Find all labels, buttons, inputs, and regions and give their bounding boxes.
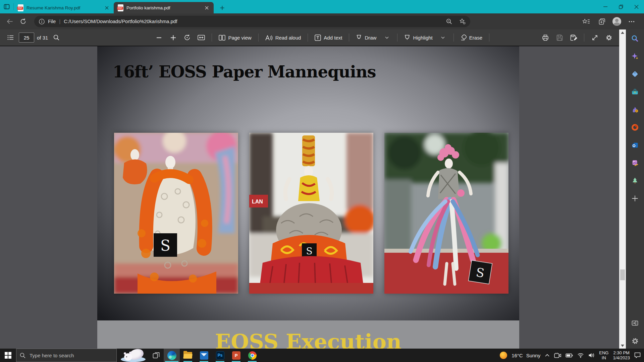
address-separator: | xyxy=(59,19,60,24)
back-button[interactable] xyxy=(4,16,15,27)
zoom-out-button[interactable] xyxy=(153,32,165,43)
restore-button[interactable] xyxy=(613,0,629,13)
highlight-button[interactable]: Highlight xyxy=(402,32,434,43)
tab-bar: Resume Karishma Roy.pdf Portfolio karish… xyxy=(0,0,644,13)
sidebar-office-icon[interactable] xyxy=(631,123,639,132)
windows-taskbar: Ps P 16°C Sunny xyxy=(0,349,644,362)
collections-icon[interactable] xyxy=(596,16,608,27)
tab-close-icon[interactable] xyxy=(103,4,110,11)
add-text-button[interactable]: Add text xyxy=(313,32,344,43)
sidebar-image-editor-icon[interactable] xyxy=(631,159,639,167)
portfolio-photo-2: LAN xyxy=(249,133,373,294)
open-in-sidebar-icon[interactable] xyxy=(631,319,639,327)
close-window-button[interactable] xyxy=(629,0,644,13)
search-highlight-polar-bear[interactable] xyxy=(117,349,149,362)
site-info-icon[interactable] xyxy=(39,19,45,24)
photo-banner-text: LAN xyxy=(252,199,263,204)
clock[interactable]: 2:30 PM 1/4/2023 xyxy=(613,350,630,360)
read-aloud-button[interactable]: Read aloud xyxy=(263,32,303,43)
taskbar-app-powerpoint[interactable]: P xyxy=(228,349,244,362)
sidebar-outlook-icon[interactable] xyxy=(631,141,639,149)
draw-button[interactable]: Draw xyxy=(354,32,378,43)
find-in-document-button[interactable] xyxy=(51,32,62,43)
volume-icon[interactable] xyxy=(588,353,595,358)
vertical-scrollbar[interactable] xyxy=(619,29,626,349)
sidebar-customize-icon[interactable] xyxy=(631,194,639,203)
address-url[interactable]: C:/Users/SOM/Downloads/Portfolio%20karis… xyxy=(64,19,177,24)
tab-portfolio-pdf[interactable]: Portfolio karishma.pdf xyxy=(114,2,214,13)
taskbar-app-photoshop[interactable]: Ps xyxy=(212,349,228,362)
sidebar-shopping-icon[interactable] xyxy=(631,70,639,78)
read-aloud-label: Read aloud xyxy=(275,35,301,41)
language-indicator[interactable]: ENG IN xyxy=(599,350,608,360)
page-number-input[interactable] xyxy=(19,33,34,43)
mail-icon xyxy=(200,351,208,360)
clock-date: 1/4/2023 xyxy=(613,355,630,360)
pdf-settings-button[interactable] xyxy=(603,32,614,43)
chrome-icon xyxy=(248,351,257,360)
tab-close-icon[interactable] xyxy=(203,4,210,11)
print-button[interactable] xyxy=(540,32,551,43)
photoshop-icon: Ps xyxy=(216,351,224,360)
add-favorite-icon[interactable] xyxy=(458,16,468,26)
taskbar-app-mail[interactable] xyxy=(196,349,212,362)
draw-label: Draw xyxy=(365,35,376,41)
battery-icon[interactable] xyxy=(566,353,573,358)
action-center-icon[interactable] xyxy=(634,352,641,358)
wifi-icon[interactable] xyxy=(577,353,584,358)
sidebar-games-icon[interactable] xyxy=(631,105,639,114)
minimize-button[interactable] xyxy=(598,0,613,13)
fit-to-width-button[interactable] xyxy=(196,32,207,43)
taskbar-search-box[interactable] xyxy=(16,349,117,362)
table-of-contents-button[interactable] xyxy=(5,32,16,43)
highlight-dropdown-chevron[interactable] xyxy=(437,32,449,43)
next-page-strip: EOSS Execution xyxy=(97,320,519,349)
sidebar-copilot-icon[interactable] xyxy=(631,52,639,61)
pdf-file-icon xyxy=(118,4,123,11)
erase-label: Erase xyxy=(469,35,482,41)
profile-avatar[interactable] xyxy=(612,17,621,26)
search-icon xyxy=(20,353,25,358)
search-input[interactable] xyxy=(29,352,113,359)
taskbar-app-edge[interactable] xyxy=(164,349,180,362)
task-view-button[interactable] xyxy=(149,349,164,362)
weather-widget[interactable]: 16°C Sunny xyxy=(512,353,540,358)
scroll-up-button[interactable] xyxy=(619,29,626,36)
sidebar-tree-icon[interactable] xyxy=(631,176,639,185)
refresh-button[interactable] xyxy=(17,16,29,27)
save-button-disabled xyxy=(554,32,565,43)
pdf-file-icon xyxy=(18,4,23,11)
favorites-bar-icon[interactable] xyxy=(580,16,592,27)
scroll-down-button[interactable] xyxy=(619,343,626,349)
next-section-title: EOSS Execution xyxy=(215,330,401,349)
portfolio-photo-3: S xyxy=(384,133,508,294)
sidebar-search-icon[interactable] xyxy=(631,34,639,43)
weather-sun-icon[interactable] xyxy=(500,352,507,359)
new-tab-button[interactable] xyxy=(216,2,228,13)
address-bar[interactable]: File | C:/Users/SOM/Downloads/Portfolio%… xyxy=(34,16,470,27)
taskbar-app-file-explorer[interactable] xyxy=(180,349,196,362)
tab-label: Portfolio karishma.pdf xyxy=(126,5,200,10)
start-button[interactable] xyxy=(0,349,16,362)
enter-fullscreen-button[interactable] xyxy=(589,32,600,43)
meet-now-icon[interactable] xyxy=(554,353,561,358)
sidebar-settings-icon[interactable] xyxy=(631,337,639,345)
page-view-button[interactable]: Page view xyxy=(217,32,253,43)
pdf-viewport: 16ft’ EOSS Paper Mannequins xyxy=(0,46,619,349)
clock-time: 2:30 PM xyxy=(613,350,629,355)
page-total-label: of 31 xyxy=(37,35,48,41)
erase-button[interactable]: Erase xyxy=(459,32,484,43)
save-as-button[interactable] xyxy=(568,32,579,43)
taskbar-app-chrome[interactable] xyxy=(244,349,260,362)
settings-menu-icon[interactable] xyxy=(626,16,637,27)
rotate-button[interactable] xyxy=(181,32,193,43)
tab-resume-pdf[interactable]: Resume Karishma Roy.pdf xyxy=(14,2,114,13)
zoom-out-page-icon[interactable] xyxy=(444,16,454,26)
draw-dropdown-chevron[interactable] xyxy=(381,32,392,43)
sidebar-toolbox-icon[interactable] xyxy=(631,87,639,96)
zoom-in-button[interactable] xyxy=(167,32,179,43)
scrollbar-thumb[interactable] xyxy=(620,269,625,280)
show-hidden-icons-chevron[interactable] xyxy=(545,354,550,357)
pdf-page-25: 16ft’ EOSS Paper Mannequins xyxy=(97,46,519,349)
tab-actions-menu-button[interactable] xyxy=(0,0,13,13)
